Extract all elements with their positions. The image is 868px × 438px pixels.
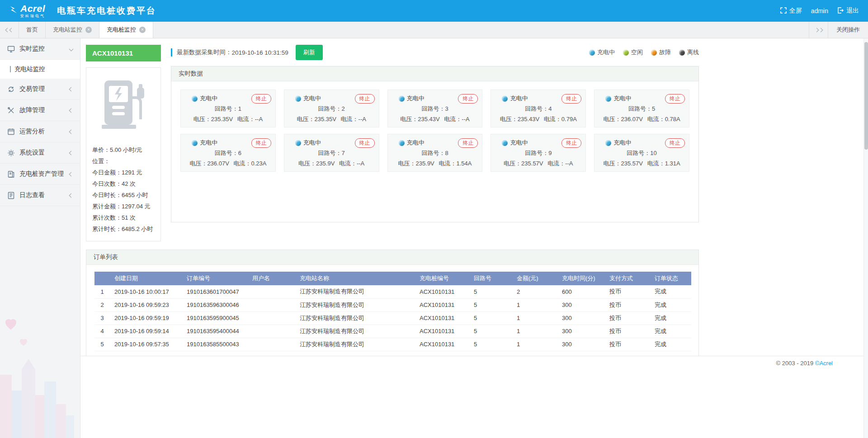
tab[interactable]: 充电桩监控 ×	[99, 22, 153, 38]
table-cell: 1910163595400044	[182, 325, 248, 338]
table-cell: 完成	[650, 311, 691, 325]
table-cell: 江苏安科瑞制造有限公司	[295, 325, 415, 338]
subitem-marker	[10, 66, 11, 72]
tabs-scroll-right-button[interactable]	[809, 22, 828, 38]
tab-label: 首页	[26, 26, 38, 34]
table-row: 42019-10-16 09:59:141910163595400044江苏安科…	[94, 325, 691, 338]
fullscreen-button[interactable]: 全屏	[780, 7, 802, 15]
username[interactable]: admin	[811, 7, 828, 14]
column-header: 金额(元)	[512, 272, 557, 285]
stop-button[interactable]: 终止	[665, 138, 685, 148]
stat-line: 累计时长：6485.2 小时	[92, 223, 155, 235]
stop-button[interactable]: 终止	[665, 94, 685, 104]
tabs-scroll-left-button[interactable]	[0, 22, 19, 38]
table-row: 32019-10-16 09:59:191910163595900045江苏安科…	[94, 311, 691, 325]
sidebar-item-label: 日志查看	[19, 191, 45, 199]
scrollbar-thumb[interactable]	[864, 42, 868, 150]
current-value: 0.78A	[665, 116, 680, 122]
acrel-brand-link[interactable]: ©Acrel	[815, 360, 833, 367]
sidebar-item[interactable]: 交易管理	[0, 79, 80, 100]
tab-close-icon[interactable]: ×	[139, 27, 146, 33]
stop-button[interactable]: 终止	[561, 138, 581, 148]
current-value: --A	[565, 160, 573, 167]
table-cell: 2019-10-16 09:57:35	[110, 338, 182, 351]
status-dot-icon	[605, 96, 611, 102]
chevrons-left-icon	[6, 28, 13, 32]
fault-icon	[7, 107, 15, 114]
column-header: 充电站名称	[295, 272, 415, 285]
sidebar-item[interactable]: 日志查看	[0, 185, 80, 206]
asset-icon	[7, 170, 15, 178]
circuit-status-label: 充电中	[510, 94, 528, 103]
stop-button[interactable]: 终止	[458, 94, 478, 104]
vertical-scrollbar[interactable]	[863, 38, 868, 438]
tab[interactable]: 首页	[19, 22, 46, 38]
sidebar-item[interactable]: 系统设置	[0, 142, 80, 164]
sidebar-item[interactable]: 运营分析	[0, 121, 80, 142]
sidebar-item[interactable]: 故障管理	[0, 100, 80, 121]
table-cell: 投币	[605, 338, 650, 351]
circuit-no-label: 回路号：	[421, 150, 445, 156]
tab-close-icon[interactable]: ×	[85, 27, 92, 33]
sidebar-subitem[interactable]: 充电站监控	[0, 60, 80, 79]
column-header: 支付方式	[605, 272, 650, 285]
calendar-icon	[7, 128, 15, 136]
sidebar-item[interactable]: 充电桩资产管理	[0, 164, 80, 185]
acrel-logo: Acrel 安科瑞电气	[9, 4, 45, 18]
circuit-no-label: 回路号：	[628, 105, 652, 112]
current-value: --A	[357, 160, 364, 167]
sidebar-item[interactable]: 实时监控	[0, 38, 80, 60]
realtime-section-title: 实时数据	[171, 66, 698, 81]
circuit-status-label: 充电中	[200, 94, 217, 103]
table-cell: 投币	[605, 285, 650, 298]
close-operations-button[interactable]: 关闭操作	[828, 22, 868, 38]
table-cell: 1	[94, 285, 110, 298]
circuit-status-label: 充电中	[303, 94, 321, 103]
tab-list: 首页 充电站监控 × 充电桩监控 ×	[19, 22, 153, 38]
table-cell: 300	[557, 325, 605, 338]
collect-time-row: 最新数据采集时间： 2019-10-16 10:31:59 刷新 充电中 空闲 …	[171, 45, 699, 60]
tab[interactable]: 充电站监控 ×	[46, 22, 99, 38]
gear-icon	[7, 149, 15, 157]
table-cell: 2	[512, 285, 557, 298]
realtime-section: 实时数据 充电中 终止 回路号：1 电压：235.35V 电流：--A 充电中 …	[171, 66, 699, 222]
stat-label: 累计次数：	[92, 214, 122, 221]
stat-line: 今日时长：6455 小时	[92, 189, 155, 201]
collect-time-label: 最新数据采集时间：	[177, 48, 232, 57]
status-dot-icon	[192, 140, 198, 146]
table-cell: 完成	[650, 338, 691, 351]
table-cell: 1	[512, 298, 557, 311]
chevron-icon	[69, 47, 74, 51]
table-row: 52019-10-16 09:57:351910163585500043江苏安科…	[94, 338, 691, 351]
logout-button[interactable]: 退出	[837, 7, 859, 15]
chevron-icon	[69, 87, 74, 91]
table-cell: 完成	[650, 298, 691, 311]
orders-section: 订单列表 创建日期订单编号用户名充电站名称充电桩编号回路号金额(元)充电时间(分…	[86, 250, 699, 356]
voltage-value: 235.43V	[418, 116, 439, 122]
tab-label: 充电桩监控	[107, 26, 136, 34]
stop-button[interactable]: 终止	[355, 94, 375, 104]
legend-item: 空闲	[623, 48, 643, 57]
refresh-button[interactable]: 刷新	[296, 45, 323, 60]
stop-button[interactable]: 终止	[251, 138, 271, 148]
stop-button[interactable]: 终止	[355, 138, 375, 148]
pile-stats: 单价：5.00 小时/元 位置： 今日金额：1291 元 今日次数：42 次 今…	[92, 144, 155, 235]
sidebar-menu: 实时监控 充电站监控 交易管理 故障管理 运营分析 系统设置 充电桩资产管理 日…	[0, 38, 80, 438]
table-cell: 投币	[605, 311, 650, 325]
stat-label: 累计时长：	[92, 226, 122, 232]
sidebar-subitem-label: 充电站监控	[14, 65, 45, 73]
stop-button[interactable]: 终止	[458, 138, 478, 148]
current-value: --A	[255, 116, 263, 122]
stop-button[interactable]: 终止	[561, 94, 581, 104]
logo-subtext: 安科瑞电气	[20, 14, 45, 18]
voltage-value: 236.07V	[621, 116, 643, 122]
fullscreen-icon	[780, 7, 787, 15]
circuit-no-value: 2	[342, 105, 345, 112]
chevrons-right-icon	[815, 28, 822, 32]
table-cell: ACX1010131	[415, 325, 469, 338]
column-header: 订单编号	[182, 272, 248, 285]
table-cell: 5	[469, 325, 512, 338]
page-footer: © 2003 - 2019 ©Acrel	[80, 356, 868, 370]
stop-button[interactable]: 终止	[251, 94, 271, 104]
table-cell: 5	[469, 338, 512, 351]
